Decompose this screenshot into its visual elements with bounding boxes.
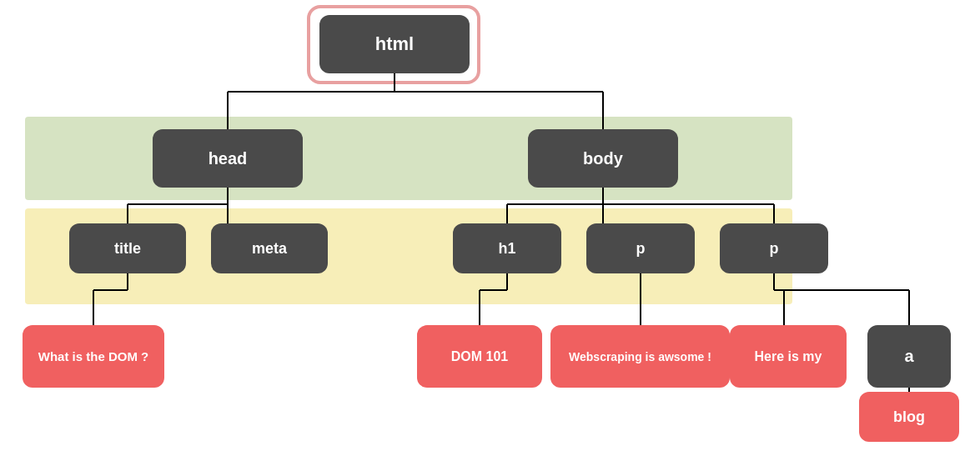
blog-node: blog: [859, 392, 959, 442]
h1-node: h1: [453, 223, 561, 273]
meta-node: meta: [211, 223, 328, 273]
dom-101-node: DOM 101: [417, 325, 542, 388]
diagram: html head body title meta h1 p p What is…: [0, 0, 980, 451]
webscraping-node: Webscraping is awsome !: [550, 325, 730, 388]
a-node: a: [867, 325, 951, 388]
html-node: html: [319, 15, 470, 73]
body-node: body: [528, 129, 678, 188]
head-node: head: [153, 129, 303, 188]
p1-node: p: [586, 223, 695, 273]
what-is-dom-node: What is the DOM ?: [23, 325, 164, 388]
title-node: title: [69, 223, 186, 273]
here-is-my-node: Here is my: [730, 325, 847, 388]
p2-node: p: [720, 223, 828, 273]
